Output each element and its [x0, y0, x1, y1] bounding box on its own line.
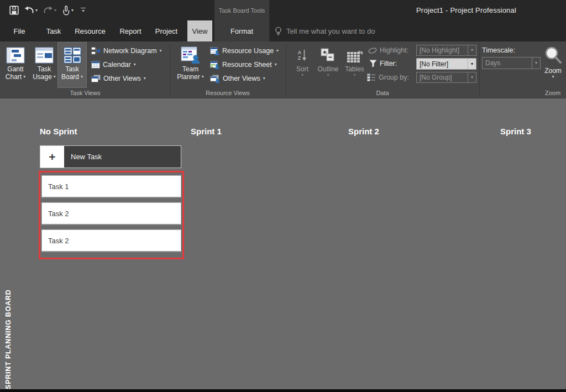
- filter-value: [No Filter]: [417, 59, 468, 69]
- column-header-sprint-1: Sprint 1: [191, 127, 222, 136]
- resource-views-group-label: Resource Views: [206, 90, 249, 96]
- group-separator: [286, 43, 286, 96]
- team-planner-caret-icon: ▾: [202, 75, 204, 79]
- qat-more-caret-icon: ▾: [82, 9, 85, 13]
- resource-usage-button[interactable]: Resource Usage ▾: [210, 46, 279, 56]
- redo-dropdown-caret: ▾: [54, 8, 56, 13]
- timescale-dropdown: Days ▾: [482, 57, 541, 69]
- filter-dropdown-caret: ▾: [471, 62, 473, 66]
- tell-me-placeholder: Tell me what you want to do: [286, 27, 375, 35]
- network-diagram-icon: [91, 47, 101, 55]
- calendar-button[interactable]: Calendar ▾: [91, 60, 136, 70]
- timescale-dropdown-caret: ▾: [535, 61, 537, 65]
- task-board-label: Task: [65, 65, 79, 73]
- task-card-2[interactable]: Task 2: [41, 202, 181, 225]
- task-usage-icon: [35, 47, 54, 64]
- group-by-value: [No Group]: [417, 72, 468, 82]
- data-group-label: Data: [376, 90, 389, 96]
- resource-sheet-button[interactable]: Resource Sheet ▾: [210, 60, 277, 70]
- highlight-dropdown-caret: ▾: [471, 48, 473, 53]
- gantt-chart-label2: Chart: [6, 73, 22, 81]
- filter-icon: [369, 60, 377, 67]
- sort-z-glyph: Z: [298, 55, 302, 61]
- ribbon: Gantt Chart ▾ Task Usage ▾: [0, 41, 566, 98]
- sort-label: Sort: [296, 65, 308, 73]
- sort-caret-icon: ▾: [301, 73, 303, 77]
- gantt-chart-caret-icon: ▾: [23, 75, 25, 79]
- zoom-caret-icon: ▾: [552, 75, 554, 79]
- resource-usage-label: Resource Usage: [222, 47, 274, 55]
- redo-icon: [43, 6, 53, 14]
- network-diagram-button[interactable]: Network Diagram ▾: [91, 46, 162, 56]
- resource-sheet-icon: [210, 61, 219, 69]
- sort-button: A Z Sort ▾: [291, 43, 313, 87]
- zoom-button-label: Zoom: [544, 67, 562, 75]
- undo-icon: [24, 6, 34, 14]
- save-button[interactable]: [8, 4, 20, 16]
- contextual-tab-group-label: Task Board Tools: [214, 0, 269, 20]
- resource-sheet-label: Resource Sheet: [222, 61, 272, 69]
- customize-quick-access-toolbar-button[interactable]: ▾: [81, 8, 86, 13]
- redo-button: ▾: [41, 5, 58, 15]
- new-task-label: New Task: [64, 146, 181, 168]
- other-views-button[interactable]: Other Views ▾: [91, 74, 146, 83]
- undo-dropdown-caret[interactable]: ▾: [35, 8, 38, 13]
- tab-report[interactable]: Report: [114, 20, 146, 41]
- task-card-3[interactable]: Task 2: [41, 229, 181, 252]
- task-card-1[interactable]: Task 1: [41, 175, 181, 198]
- tab-file[interactable]: File: [7, 20, 32, 41]
- tab-resource[interactable]: Resource: [71, 20, 109, 41]
- tables-label: Tables: [345, 65, 364, 73]
- resource-usage-icon: [210, 47, 219, 55]
- outline-caret-icon: ▾: [327, 73, 329, 77]
- new-task-button[interactable]: + New Task: [40, 145, 181, 168]
- zoom-icon: [544, 46, 563, 65]
- network-diagram-label: Network Diagram: [103, 47, 157, 55]
- gantt-chart-label: Gantt: [7, 65, 23, 73]
- tab-task[interactable]: Task: [41, 20, 66, 41]
- highlight-dropdown: [No Highlight] ▾: [416, 45, 476, 56]
- task-board-button[interactable]: Task Board ▾: [58, 43, 86, 87]
- network-diagram-caret-icon: ▾: [160, 49, 162, 53]
- task-usage-caret-icon: ▾: [54, 75, 56, 79]
- touch-mode-dropdown-caret[interactable]: ▾: [71, 8, 74, 13]
- lightbulb-icon: [274, 27, 282, 36]
- task-board-caret-icon: ▾: [81, 75, 83, 79]
- highlight-field-label: Highlight:: [368, 45, 408, 56]
- group-by-label: Group by:: [379, 74, 409, 81]
- group-separator: [170, 43, 170, 96]
- gantt-chart-icon: [6, 47, 25, 64]
- tab-project[interactable]: Project: [150, 20, 183, 41]
- timescale-field-label: Timescale:: [482, 45, 515, 56]
- tables-caret-icon: ▾: [353, 73, 355, 77]
- other-views-label: Other Views: [103, 75, 141, 82]
- team-planner-button[interactable]: Team Planner ▾: [175, 43, 206, 87]
- window-title: Project1 - Project Professional: [416, 0, 516, 20]
- resource-usage-caret-icon: ▾: [276, 49, 279, 53]
- tab-format[interactable]: Format: [214, 20, 269, 41]
- plus-icon: +: [40, 146, 64, 168]
- task-usage-button[interactable]: Task Usage ▾: [31, 43, 57, 87]
- task-views-group-label: Task Views: [70, 90, 101, 96]
- undo-button[interactable]: ▾: [23, 5, 39, 15]
- quick-access-toolbar: ▾ ▾ ▾ ▾: [8, 0, 86, 20]
- column-header-no-sprint: No Sprint: [40, 127, 77, 136]
- team-planner-label2: Planner: [177, 73, 200, 81]
- highlight-value: [No Highlight]: [417, 45, 468, 55]
- sort-a-glyph: A: [298, 50, 302, 55]
- timescale-value: Days: [483, 58, 532, 69]
- tell-me-box[interactable]: Tell me what you want to do: [274, 20, 375, 41]
- tab-view[interactable]: View: [187, 20, 212, 41]
- zoom-button[interactable]: Zoom ▾: [540, 43, 566, 87]
- touch-mouse-mode-button[interactable]: ▾: [60, 4, 75, 17]
- resource-sheet-caret-icon: ▾: [275, 62, 277, 67]
- group-separator: [479, 43, 480, 96]
- filter-dropdown[interactable]: [No Filter] ▾: [416, 58, 476, 70]
- task-usage-label: Task: [38, 65, 51, 73]
- team-planner-label: Team: [182, 65, 198, 73]
- window-bottom-edge: [0, 389, 566, 392]
- highlight-icon: [368, 47, 377, 54]
- resource-other-views-button[interactable]: Other Views ▾: [210, 74, 265, 83]
- title-bar: ▾ ▾ ▾ ▾ Task Board Tools: [0, 0, 566, 20]
- gantt-chart-button[interactable]: Gantt Chart ▾: [1, 43, 30, 87]
